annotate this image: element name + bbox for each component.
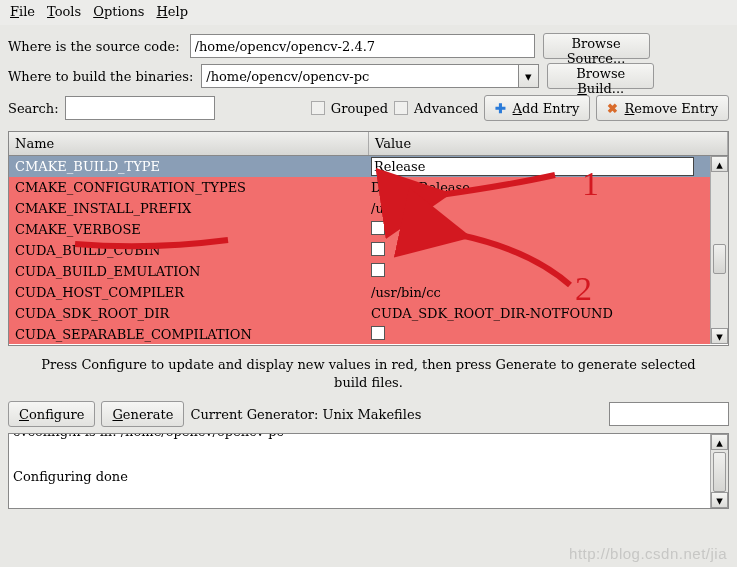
generator-field[interactable] [609, 402, 729, 426]
search-input[interactable] [65, 96, 215, 120]
cell-value[interactable]: /usr/bin/cc [369, 285, 728, 300]
table-row[interactable]: CUDA_HOST_COMPILER /usr/bin/cc [9, 282, 728, 303]
grouped-checkbox[interactable] [311, 101, 325, 115]
cell-value[interactable]: /usr/local [369, 201, 728, 216]
column-value-header[interactable]: Value [369, 132, 728, 155]
browse-source-button[interactable]: Browse Source... [543, 33, 650, 59]
menu-options[interactable]: Options [93, 4, 144, 19]
menu-help[interactable]: Help [156, 4, 188, 19]
cell-name: CMAKE_INSTALL_PREFIX [9, 201, 369, 216]
scroll-down-icon[interactable]: ▾ [711, 492, 728, 508]
column-name-header[interactable]: Name [9, 132, 369, 155]
scroll-thumb[interactable] [713, 452, 726, 492]
help-text: Press Configure to update and display ne… [0, 346, 737, 399]
cell-name: CUDA_BUILD_EMULATION [9, 264, 369, 279]
generate-button[interactable]: Generate [101, 401, 184, 427]
checkbox-icon[interactable] [371, 221, 385, 235]
table-row[interactable]: CMAKE_VERBOSE [9, 219, 728, 240]
binaries-input[interactable] [201, 64, 519, 88]
plus-icon: ✚ [495, 101, 506, 116]
grouped-label: Grouped [331, 101, 388, 116]
output-scrollbar[interactable]: ▴ ▾ [710, 434, 728, 508]
remove-entry-button[interactable]: ✖ Remove Entry [596, 95, 729, 121]
source-label: Where is the source code: [8, 39, 180, 54]
x-icon: ✖ [607, 101, 618, 116]
menu-bar: File Tools Options Help [0, 0, 737, 25]
cache-table: Name Value CMAKE_BUILD_TYPE Release CMAK… [8, 131, 729, 346]
table-row[interactable]: CMAKE_BUILD_TYPE Release [9, 156, 728, 177]
table-row[interactable]: CMAKE_INSTALL_PREFIX /usr/local [9, 198, 728, 219]
add-entry-button[interactable]: ✚ Add Entry [484, 95, 590, 121]
binaries-dropdown[interactable]: ▾ [519, 64, 539, 88]
advanced-checkbox[interactable] [394, 101, 408, 115]
watermark: http://blog.csdn.net/jia [569, 545, 727, 562]
cell-value[interactable] [369, 326, 728, 343]
table-scrollbar[interactable]: ▴ ▾ [710, 156, 728, 344]
search-label: Search: [8, 101, 59, 116]
log-line: Configuring done [9, 469, 708, 484]
table-row[interactable]: CMAKE_CONFIGURATION_TYPES Debug;Release [9, 177, 728, 198]
binaries-label: Where to build the binaries: [8, 69, 193, 84]
cell-name: CMAKE_BUILD_TYPE [9, 159, 369, 174]
configure-button[interactable]: Configure [8, 401, 95, 427]
table-row[interactable]: CUDA_SEPARABLE_COMPILATION [9, 324, 728, 344]
cell-name: CMAKE_VERBOSE [9, 222, 369, 237]
scroll-down-icon[interactable]: ▾ [711, 328, 728, 344]
cell-name: CUDA_HOST_COMPILER [9, 285, 369, 300]
path-form: Where is the source code: Browse Source.… [0, 25, 737, 129]
cell-value[interactable]: CUDA_SDK_ROOT_DIR-NOTFOUND [369, 306, 728, 321]
checkbox-icon[interactable] [371, 242, 385, 256]
table-row[interactable]: CUDA_BUILD_CUBIN [9, 240, 728, 261]
menu-file[interactable]: File [10, 4, 35, 19]
menu-tools[interactable]: Tools [47, 4, 81, 19]
scroll-thumb[interactable] [713, 244, 726, 274]
browse-build-button[interactable]: Browse Build... [547, 63, 654, 89]
generator-label: Current Generator: Unix Makefiles [190, 407, 421, 422]
cell-name: CUDA_SDK_ROOT_DIR [9, 306, 369, 321]
advanced-label: Advanced [414, 101, 478, 116]
table-row[interactable]: CUDA_SDK_ROOT_DIR CUDA_SDK_ROOT_DIR-NOTF… [9, 303, 728, 324]
cell-value[interactable] [369, 221, 728, 238]
scroll-up-icon[interactable]: ▴ [711, 434, 728, 450]
cell-value[interactable] [369, 242, 728, 259]
cell-value-editor[interactable]: Release [371, 157, 694, 176]
cell-value[interactable]: Debug;Release [369, 180, 728, 195]
checkbox-icon[interactable] [371, 326, 385, 340]
output-log: cvconfig.h is in: /home/opencv/opencv-pc… [8, 433, 729, 509]
source-input[interactable] [190, 34, 535, 58]
cell-name: CUDA_SEPARABLE_COMPILATION [9, 327, 369, 342]
cell-value[interactable] [369, 263, 728, 280]
checkbox-icon[interactable] [371, 263, 385, 277]
cell-name: CMAKE_CONFIGURATION_TYPES [9, 180, 369, 195]
table-row[interactable]: CUDA_BUILD_EMULATION [9, 261, 728, 282]
scroll-up-icon[interactable]: ▴ [711, 156, 728, 172]
cell-name: CUDA_BUILD_CUBIN [9, 243, 369, 258]
